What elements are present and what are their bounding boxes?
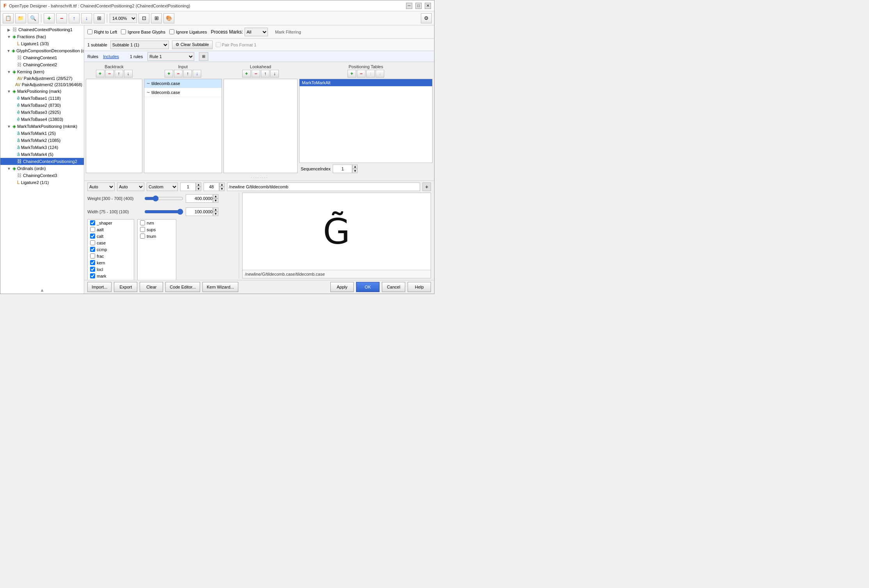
auto-select-1[interactable]: Auto <box>87 182 115 191</box>
feature-checkbox-shaper[interactable] <box>90 220 95 225</box>
minimize-button[interactable]: ─ <box>406 3 412 9</box>
feature-checkbox-case[interactable] <box>90 240 95 245</box>
feature-item-mark[interactable]: mark <box>88 273 134 279</box>
code-editor-button[interactable]: Code Editor... <box>165 282 200 292</box>
help-button[interactable]: Help <box>408 282 431 292</box>
table-button[interactable]: ⊞ <box>94 13 105 23</box>
feature-item-calt[interactable]: calt <box>88 233 134 239</box>
feature-item-aalt[interactable]: aalt <box>88 226 134 233</box>
tree-item-markpos[interactable]: ▼ ◈ MarkPositioning (mark) <box>0 88 84 95</box>
ok-button[interactable]: OK <box>356 282 380 292</box>
maximize-button[interactable]: □ <box>415 3 422 9</box>
backtrack-add-button[interactable]: + <box>96 70 105 78</box>
up-button[interactable]: ↑ <box>69 13 80 23</box>
custom-select[interactable]: Custom Auto <box>147 182 178 191</box>
tree-item-fractions[interactable]: ▼ ◈ Fractions (frac) <box>0 33 84 40</box>
feature-checkbox-locl[interactable] <box>90 267 95 272</box>
zoom-fit-button[interactable]: ⊡ <box>138 13 149 23</box>
expand-icon[interactable]: ▼ <box>7 89 11 94</box>
tree-item-ligature1[interactable]: L Ligature1 (3/3) <box>0 40 84 47</box>
input-item-1[interactable]: ~ tildecomb.case <box>144 88 222 97</box>
tree-item-marktobase4[interactable]: ê MarkToBase4 (13803) <box>0 116 84 123</box>
palette-button[interactable]: 🎨 <box>163 13 174 23</box>
right-to-left-checkbox[interactable] <box>87 29 92 34</box>
rules-select[interactable]: Rule 1 <box>147 52 194 61</box>
tree-item-marktobase2[interactable]: ê MarkToBase2 (8730) <box>0 102 84 109</box>
grid-button[interactable]: ⊞ <box>151 13 162 23</box>
tree-item-marktomark1[interactable]: â MarkToMark1 (25) <box>0 130 84 137</box>
feature-checkbox-calt[interactable] <box>90 234 95 239</box>
num1-input[interactable] <box>180 182 196 191</box>
clear-button[interactable]: Clear <box>140 282 163 292</box>
search-button[interactable]: 🔍 <box>28 13 39 23</box>
feature-item-frac[interactable]: frac <box>88 253 134 259</box>
path-add-button[interactable]: + <box>422 182 431 191</box>
feature-checkbox-mark[interactable] <box>90 273 95 278</box>
feature-checkbox-frac[interactable] <box>90 253 95 259</box>
tree-item-marktobase3[interactable]: ê MarkToBase3 (2925) <box>0 109 84 116</box>
feature-checkbox-ccmp[interactable] <box>90 247 95 252</box>
positioning-item-0[interactable]: MarkToMarkAlt <box>300 79 432 87</box>
weight-up[interactable]: ▲ <box>213 194 218 198</box>
ignore-ligatures-checkbox[interactable] <box>169 29 174 34</box>
feature-checkbox-kern[interactable] <box>90 260 95 265</box>
num2-up[interactable]: ▲ <box>219 182 225 187</box>
tree-item-ordinals[interactable]: ▼ ◈ Ordinals (ordn) <box>0 165 84 172</box>
pair-pos-format-checkbox[interactable] <box>216 42 221 47</box>
input-remove-button[interactable]: − <box>174 70 183 78</box>
feature-item-locl[interactable]: locl <box>88 266 134 273</box>
import-button[interactable]: Import... <box>87 282 112 292</box>
cancel-button[interactable]: Cancel <box>382 282 405 292</box>
feature-item-sups[interactable]: sups <box>138 226 176 233</box>
width-slider[interactable] <box>144 209 183 215</box>
feature-checkbox-tnum[interactable] <box>140 234 145 239</box>
input-up-button[interactable]: ↑ <box>183 70 192 78</box>
backtrack-up-button[interactable]: ↑ <box>115 70 123 78</box>
feature-item-rvrn[interactable]: rvrn <box>138 220 176 226</box>
backtrack-down-button[interactable]: ↓ <box>124 70 133 78</box>
num1-down[interactable]: ▼ <box>196 187 201 191</box>
sequence-index-up[interactable]: ▲ <box>352 165 358 169</box>
positioning-down-button[interactable]: ↓ <box>376 70 384 78</box>
feature-checkbox-aalt[interactable] <box>90 227 95 232</box>
expand-icon[interactable]: ▶ <box>7 28 11 32</box>
tree-item-chainingctx3[interactable]: ⛓ ChainingContext3 <box>0 172 84 179</box>
auto-select-2[interactable]: Auto <box>117 182 144 191</box>
tree-item-marktomark[interactable]: ▼ ◈ MarkToMarkPositioning (mkmk) <box>0 123 84 130</box>
weight-down[interactable]: ▼ <box>213 198 218 203</box>
feature-item-tnum[interactable]: tnum <box>138 233 176 239</box>
weight-slider[interactable] <box>144 195 183 202</box>
feature-item-kern[interactable]: kern <box>88 259 134 266</box>
path-input[interactable] <box>227 182 420 191</box>
open-button[interactable]: 📁 <box>15 13 26 23</box>
rule-grid-button[interactable]: ⊞ <box>199 52 208 61</box>
tree-item-glyphcomp[interactable]: ▼ ◈ GlyphCompositionDecomposition (ccmp) <box>0 47 84 54</box>
process-marks-select[interactable]: All None <box>245 28 268 36</box>
right-to-left-label[interactable]: Right to Left <box>94 30 117 34</box>
width-down[interactable]: ▼ <box>213 212 218 216</box>
feature-checkbox-rvrn[interactable] <box>140 220 145 225</box>
num1-up[interactable]: ▲ <box>196 182 201 187</box>
ignore-base-glyphs-label[interactable]: Ignore Base Glyphs <box>128 30 165 34</box>
apply-button[interactable]: Apply <box>330 282 354 292</box>
feature-item-ccmp[interactable]: ccmp <box>88 246 134 253</box>
tree-item-ligature2[interactable]: L Ligature2 (1/1) <box>0 179 84 186</box>
add-button[interactable]: + <box>44 13 55 23</box>
expand-icon[interactable]: ▼ <box>7 124 11 129</box>
new-button[interactable]: 📋 <box>3 13 14 23</box>
lookahead-add-button[interactable]: + <box>242 70 251 78</box>
input-down-button[interactable]: ↓ <box>193 70 201 78</box>
ignore-base-glyphs-checkbox[interactable] <box>121 29 126 34</box>
num2-down[interactable]: ▼ <box>219 187 225 191</box>
expand-icon[interactable]: ▼ <box>7 35 11 39</box>
tree-item-kerning[interactable]: ▼ ◈ Kerning (kern) <box>0 68 84 75</box>
input-item-0[interactable]: ~ tildecomb.case <box>144 79 222 88</box>
close-button[interactable]: ✕ <box>425 3 431 9</box>
lookahead-remove-button[interactable]: − <box>252 70 260 78</box>
expand-icon[interactable]: ▼ <box>7 49 11 53</box>
tree-item-marktobase1[interactable]: ê MarkToBase1 (1118) <box>0 95 84 102</box>
down-button[interactable]: ↓ <box>81 13 92 23</box>
positioning-remove-button[interactable]: − <box>357 70 365 78</box>
expand-icon[interactable]: ▼ <box>7 70 11 74</box>
includes-label[interactable]: Includes <box>103 54 119 59</box>
